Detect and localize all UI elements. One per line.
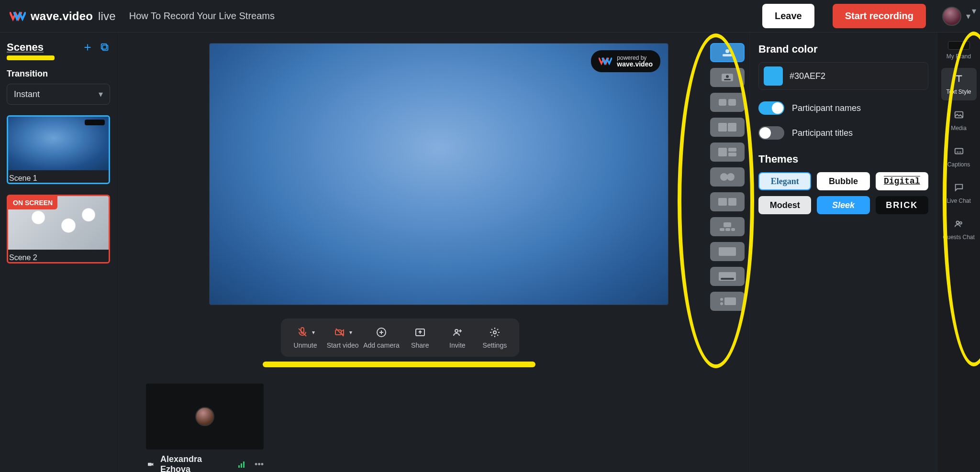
brand-chip-icon bbox=[948, 41, 970, 50]
participant-avatar-icon bbox=[195, 407, 214, 426]
account-menu[interactable]: ▾ bbox=[942, 7, 970, 26]
svg-rect-0 bbox=[102, 45, 108, 50]
layout-grid-3[interactable] bbox=[710, 143, 745, 162]
unmute-button[interactable]: ▾ Unmute bbox=[289, 326, 322, 349]
stream-title[interactable]: How To Record Your Live Streams bbox=[129, 11, 275, 22]
svg-rect-7 bbox=[148, 463, 152, 466]
rail-captions[interactable]: Captions bbox=[941, 141, 977, 173]
brand-color-value: #30AEF2 bbox=[790, 71, 825, 81]
topbar: wave.video live How To Record Your Live … bbox=[0, 0, 980, 33]
svg-point-34 bbox=[720, 298, 723, 301]
svg-point-5 bbox=[455, 329, 458, 332]
color-swatch-icon bbox=[764, 66, 783, 86]
svg-rect-10 bbox=[243, 461, 245, 468]
invite-button[interactable]: Invite bbox=[441, 326, 474, 349]
scenes-title: Scenes bbox=[7, 41, 44, 54]
layout-side-by-side[interactable] bbox=[710, 192, 745, 211]
share-button[interactable]: Share bbox=[403, 326, 437, 349]
more-icon[interactable]: ••• bbox=[255, 460, 264, 470]
layout-lower-third[interactable] bbox=[710, 267, 745, 286]
thumb-watermark-icon bbox=[85, 120, 105, 125]
add-scene-icon[interactable] bbox=[82, 42, 93, 53]
svg-rect-19 bbox=[728, 123, 736, 132]
svg-rect-29 bbox=[725, 228, 730, 231]
preview-canvas[interactable]: powered by wave.video bbox=[209, 43, 668, 305]
on-screen-badge: ON SCREEN bbox=[8, 196, 57, 209]
participant-titles-label: Participant titles bbox=[792, 128, 853, 138]
theme-digital[interactable]: Digital bbox=[876, 172, 928, 190]
theme-sleek[interactable]: Sleek bbox=[817, 196, 869, 214]
mic-off-icon bbox=[296, 326, 309, 339]
svg-rect-31 bbox=[719, 247, 736, 256]
unmute-label: Unmute bbox=[294, 341, 317, 349]
invite-icon bbox=[451, 326, 464, 339]
svg-point-24 bbox=[727, 173, 735, 181]
invite-label: Invite bbox=[449, 341, 465, 349]
transition-select[interactable]: Instant ▾ bbox=[7, 84, 110, 105]
participant-names-label: Participant names bbox=[792, 103, 861, 113]
layout-bubbles[interactable] bbox=[710, 167, 745, 187]
layout-split[interactable] bbox=[710, 118, 745, 137]
layout-speaker-list[interactable] bbox=[710, 292, 745, 311]
settings-button[interactable]: Settings bbox=[478, 326, 512, 349]
theme-bubble[interactable]: Bubble bbox=[817, 172, 869, 190]
participant-names-toggle[interactable] bbox=[758, 101, 784, 115]
chevron-down-icon[interactable]: ▾ bbox=[312, 329, 315, 336]
svg-point-40 bbox=[959, 222, 962, 224]
gear-icon bbox=[488, 326, 501, 339]
scenes-panel: Scenes Transition Instant ▾ Scene 1 bbox=[0, 33, 117, 472]
people-icon bbox=[953, 219, 965, 231]
scene-thumbnail bbox=[8, 117, 109, 170]
svg-rect-18 bbox=[718, 123, 727, 132]
layout-single-small[interactable] bbox=[710, 68, 745, 87]
preview-watermark: powered by wave.video bbox=[591, 50, 660, 72]
annotation-highlight bbox=[7, 55, 55, 60]
add-camera-button[interactable]: Add camera bbox=[363, 326, 399, 349]
layout-fullscreen[interactable] bbox=[710, 242, 745, 261]
theme-modest[interactable]: Modest bbox=[758, 196, 811, 214]
rail-my-brand[interactable]: My Brand ▾ bbox=[941, 37, 977, 64]
rail-live-chat[interactable]: Live Chat bbox=[941, 177, 977, 209]
layout-spotlight-3[interactable] bbox=[710, 217, 745, 236]
rail-media[interactable]: Media bbox=[941, 104, 977, 137]
start-video-button[interactable]: ▾ Start video bbox=[326, 326, 359, 349]
svg-rect-21 bbox=[728, 148, 736, 152]
logo-text: wave.video live bbox=[31, 10, 116, 23]
scene-card[interactable]: ON SCREEN Scene 2 bbox=[7, 195, 110, 263]
themes-label: Themes bbox=[758, 153, 928, 165]
text-style-icon bbox=[953, 73, 965, 86]
add-camera-label: Add camera bbox=[363, 341, 399, 349]
theme-brick[interactable]: BRICK bbox=[876, 196, 928, 214]
logo-mark-icon bbox=[599, 57, 612, 66]
duplicate-scene-icon[interactable] bbox=[100, 42, 110, 53]
scene-label: Scene 2 bbox=[8, 250, 109, 262]
scene-label: Scene 1 bbox=[8, 170, 109, 183]
signal-icon bbox=[238, 461, 247, 468]
brand-color-input[interactable]: #30AEF2 bbox=[758, 62, 928, 90]
rail-guests-chat[interactable]: Guests Chat bbox=[941, 213, 977, 246]
svg-rect-16 bbox=[719, 99, 726, 106]
svg-rect-9 bbox=[241, 463, 242, 468]
scene-card[interactable]: Scene 1 bbox=[7, 115, 110, 184]
leave-button[interactable]: Leave bbox=[762, 4, 814, 28]
svg-point-14 bbox=[726, 75, 729, 78]
svg-rect-8 bbox=[238, 465, 240, 468]
participant-titles-toggle[interactable] bbox=[758, 126, 784, 140]
svg-rect-22 bbox=[728, 153, 736, 156]
layout-single[interactable] bbox=[710, 43, 745, 62]
svg-rect-15 bbox=[724, 79, 731, 80]
svg-rect-38 bbox=[955, 148, 963, 154]
svg-rect-1 bbox=[101, 44, 107, 49]
rail-text-style[interactable]: Text Style bbox=[941, 68, 977, 100]
chevron-down-icon[interactable]: ▾ bbox=[349, 329, 352, 336]
participant-tile[interactable]: Alexandra Ezhova ••• bbox=[146, 384, 264, 472]
share-label: Share bbox=[411, 341, 429, 349]
right-rail: My Brand ▾ Text Style Media Captions L bbox=[937, 33, 980, 472]
camera-icon bbox=[146, 461, 156, 468]
chat-icon bbox=[953, 182, 965, 195]
layout-two-up[interactable] bbox=[710, 93, 745, 112]
captions-icon bbox=[953, 146, 965, 159]
theme-elegant[interactable]: Elegant bbox=[758, 172, 811, 190]
stage: powered by wave.video ▾ Unmute bbox=[117, 33, 749, 472]
start-recording-button[interactable]: Start recording bbox=[833, 4, 926, 28]
